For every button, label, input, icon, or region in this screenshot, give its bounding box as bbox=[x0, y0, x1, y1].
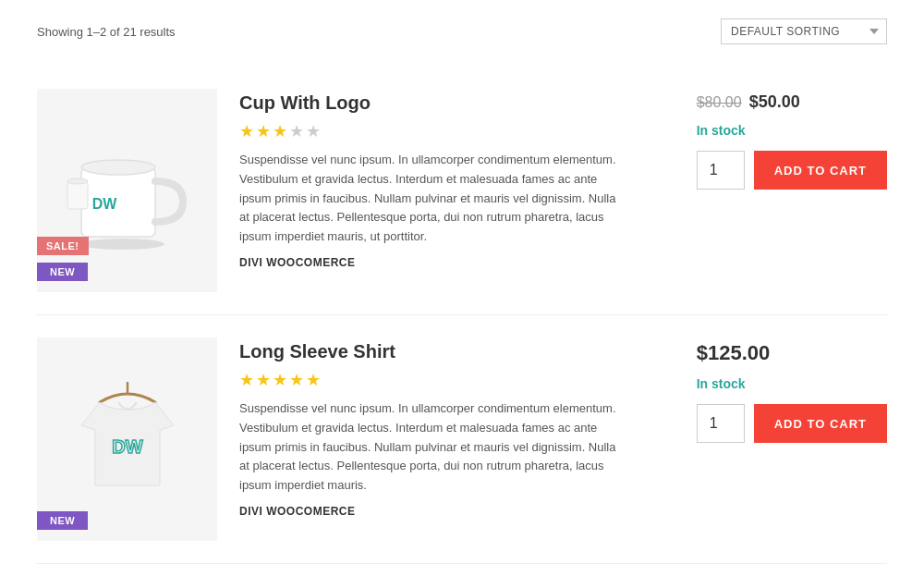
badge-new: NEW bbox=[37, 263, 88, 281]
star-4: ★ bbox=[289, 121, 304, 141]
product-item-2: DW NEW Long Sleeve Shirt ★ ★ ★ ★ ★ Suspe… bbox=[37, 315, 887, 564]
cup-image: DW bbox=[63, 126, 192, 255]
price-wrap-cup: $80.00 $50.00 bbox=[697, 92, 800, 112]
product-brand-shirt: DIVI WOOCOMERCE bbox=[239, 505, 675, 518]
price-single-shirt: $125.00 bbox=[697, 341, 771, 365]
add-to-cart-button-cup[interactable]: ADD TO CART bbox=[754, 151, 887, 190]
svg-text:DW: DW bbox=[112, 436, 142, 457]
star-2: ★ bbox=[256, 121, 271, 141]
product-image-cup: DW SALE! NEW bbox=[37, 89, 217, 292]
sort-select[interactable]: DEFAULT SORTING bbox=[721, 18, 887, 44]
star-1: ★ bbox=[239, 121, 254, 141]
add-to-cart-row-shirt: ADD TO CART bbox=[697, 404, 887, 443]
star-5: ★ bbox=[306, 121, 321, 141]
price-new-cup: $50.00 bbox=[749, 92, 800, 112]
svg-rect-4 bbox=[67, 181, 88, 209]
svg-point-5 bbox=[67, 178, 88, 184]
product-description-cup: Suspendisse vel nunc ipsum. In ullamcorp… bbox=[239, 151, 627, 247]
add-to-cart-row-cup: ADD TO CART bbox=[697, 151, 887, 190]
stars-shirt: ★ ★ ★ ★ ★ bbox=[239, 370, 675, 390]
results-count: Showing 1–2 of 21 results bbox=[37, 25, 176, 39]
star-s3: ★ bbox=[273, 370, 287, 390]
star-s1: ★ bbox=[239, 370, 254, 390]
product-list: DW SALE! NEW Cup With Logo ★ ★ ★ ★ ★ Sus… bbox=[37, 67, 887, 564]
product-info-cup: Cup With Logo ★ ★ ★ ★ ★ Suspendisse vel … bbox=[239, 89, 675, 269]
add-to-cart-button-shirt[interactable]: ADD TO CART bbox=[754, 404, 887, 443]
svg-point-0 bbox=[81, 239, 164, 250]
in-stock-shirt: In stock bbox=[697, 376, 746, 391]
qty-input-cup[interactable] bbox=[697, 151, 745, 190]
svg-text:DW: DW bbox=[91, 196, 117, 212]
badge-sale: SALE! bbox=[37, 237, 89, 255]
svg-point-2 bbox=[81, 160, 155, 175]
star-s2: ★ bbox=[256, 370, 271, 390]
product-title-shirt[interactable]: Long Sleeve Shirt bbox=[239, 341, 675, 362]
star-3: ★ bbox=[273, 121, 287, 141]
product-title-cup[interactable]: Cup With Logo bbox=[239, 92, 675, 114]
star-s5: ★ bbox=[306, 370, 321, 390]
badge-new-shirt: NEW bbox=[37, 511, 88, 530]
top-bar: Showing 1–2 of 21 results DEFAULT SORTIN… bbox=[37, 18, 887, 44]
shirt-image: DW bbox=[63, 374, 192, 504]
product-description-shirt: Suspendisse vel nunc ipsum. In ullamcorp… bbox=[239, 399, 627, 496]
price-old-cup: $80.00 bbox=[697, 94, 742, 111]
star-s4: ★ bbox=[289, 370, 304, 390]
product-right-shirt: $125.00 In stock ADD TO CART bbox=[697, 337, 887, 443]
page-wrapper: Showing 1–2 of 21 results DEFAULT SORTIN… bbox=[18, 0, 906, 564]
product-right-cup: $80.00 $50.00 In stock ADD TO CART bbox=[697, 89, 887, 190]
product-image-shirt: DW NEW bbox=[37, 337, 217, 541]
product-info-shirt: Long Sleeve Shirt ★ ★ ★ ★ ★ Suspendisse … bbox=[239, 337, 675, 518]
product-item: DW SALE! NEW Cup With Logo ★ ★ ★ ★ ★ Sus… bbox=[37, 67, 887, 315]
in-stock-cup: In stock bbox=[697, 123, 746, 138]
stars-cup: ★ ★ ★ ★ ★ bbox=[239, 121, 675, 141]
product-brand-cup: DIVI WOOCOMERCE bbox=[239, 256, 675, 269]
qty-input-shirt[interactable] bbox=[697, 404, 745, 443]
